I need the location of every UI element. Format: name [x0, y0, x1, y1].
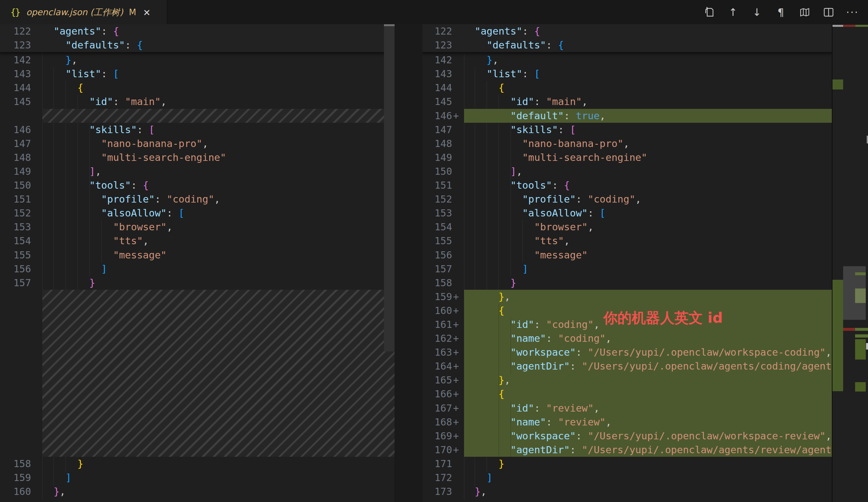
line-number[interactable]: 143 — [0, 67, 42, 81]
json-file-icon: {} — [10, 7, 20, 18]
code-line[interactable]: 123 "defaults": { — [0, 38, 395, 52]
code-line[interactable]: 146 "skills": [ — [0, 123, 395, 137]
code-line[interactable]: 148 "multi-search-engine" — [0, 151, 395, 164]
code-text: "tools": { — [42, 178, 395, 192]
code-line[interactable]: 154 "tts", — [0, 234, 395, 248]
code-text: "skills": [ — [42, 123, 395, 137]
line-number[interactable]: 148 — [0, 151, 42, 164]
editor-toolbar: ↑ ↓ ¶ ··· — [703, 5, 868, 19]
open-changes-icon[interactable] — [703, 5, 716, 19]
line-number[interactable]: 160 — [0, 484, 42, 499]
minimap-text-fragment — [867, 136, 868, 143]
code-text: ] — [42, 471, 395, 484]
previous-change-icon[interactable]: ↑ — [726, 5, 740, 19]
minimap-added-block — [833, 80, 843, 90]
line-number[interactable]: 147 — [0, 137, 42, 151]
line-number[interactable]: 149 — [0, 164, 42, 178]
code-line[interactable]: 156 ] — [0, 262, 395, 276]
code-line[interactable]: 158 } — [0, 457, 395, 471]
line-number[interactable]: 151 — [0, 192, 42, 206]
code-line[interactable]: 150 "tools": { — [0, 178, 395, 192]
vscode-diff-editor: {} openclaw.json (工作树) M × ↑ ↓ ¶ — [0, 0, 868, 502]
line-number[interactable]: 142 — [0, 53, 42, 67]
indent-guides-over-added — [422, 24, 832, 502]
code-text: ], — [42, 164, 395, 178]
overview-added-marker — [855, 25, 868, 27]
code-text: { — [42, 81, 395, 95]
close-icon[interactable]: × — [143, 7, 151, 18]
next-change-icon[interactable]: ↓ — [751, 5, 763, 19]
more-actions-icon[interactable]: ··· — [846, 5, 859, 19]
code-text: "message" — [42, 248, 395, 262]
code-text: "tts", — [42, 234, 395, 248]
line-number[interactable]: 152 — [0, 206, 42, 220]
code-line[interactable]: 159 ] — [0, 471, 395, 484]
overview-added-marker — [855, 334, 868, 338]
tab-bar: {} openclaw.json (工作树) M × ↑ ↓ ¶ — [0, 0, 868, 24]
overview-deleted-marker — [843, 25, 855, 27]
minimap-added-block — [833, 280, 843, 391]
hatch-pattern — [42, 290, 395, 457]
line-number[interactable]: 158 — [0, 457, 42, 471]
code-line[interactable]: 147 "nano-banana-pro", — [0, 137, 395, 151]
render-whitespace-icon[interactable]: ¶ — [774, 5, 787, 19]
line-number[interactable]: 145 — [0, 95, 42, 109]
code-line[interactable]: 152 "alsoAllow": [ — [0, 206, 395, 220]
code-text: }, — [42, 484, 395, 499]
line-number[interactable]: 156 — [0, 262, 42, 276]
code-line[interactable]: 160}, — [0, 484, 395, 499]
line-number[interactable]: 123 — [0, 38, 42, 52]
line-number[interactable]: 153 — [0, 220, 42, 234]
code-line[interactable]: 144 { — [0, 81, 395, 95]
map-icon[interactable] — [798, 5, 811, 19]
code-line[interactable]: 151 "profile": "coding", — [0, 192, 395, 206]
overview-added-marker — [855, 382, 866, 391]
collapsed-region-hatch[interactable] — [0, 109, 395, 123]
overview-added-marker — [855, 288, 866, 303]
overview-added-marker — [855, 328, 868, 331]
split-editor-icon[interactable] — [822, 5, 835, 19]
code-text: } — [42, 276, 395, 290]
minimap-slider-top-bar — [833, 25, 843, 27]
line-number[interactable]: 157 — [0, 276, 42, 290]
line-number[interactable]: 154 — [0, 234, 42, 248]
code-text: }, — [42, 53, 395, 67]
code-text: "multi-search-engine" — [42, 151, 395, 164]
minimap-text-fragment — [866, 343, 868, 349]
code-text: "agents": { — [42, 24, 395, 38]
diff-sash[interactable] — [395, 24, 422, 502]
line-number[interactable]: 146 — [0, 123, 42, 137]
overview-deleted-marker — [843, 328, 855, 331]
scrollbar-left[interactable] — [384, 24, 395, 351]
code-line[interactable]: 143 "list": [ — [0, 67, 395, 81]
tab-openclaw-json[interactable]: {} openclaw.json (工作树) M × — [0, 0, 167, 24]
code-line[interactable]: 155 "message" — [0, 248, 395, 262]
diff-original-pane: 122"agents": {123 "defaults": { 142 },14… — [0, 24, 395, 502]
code-line[interactable]: 122"agents": { — [0, 24, 395, 38]
line-number[interactable]: 122 — [0, 24, 42, 38]
modified-badge: M — [129, 8, 136, 17]
hatch-pattern — [42, 109, 395, 123]
code-text: "nano-banana-pro", — [42, 137, 395, 151]
overview-added-marker — [855, 272, 866, 275]
code-line[interactable]: 149 ], — [0, 164, 395, 178]
code-line[interactable]: 153 "browser", — [0, 220, 395, 234]
sticky-scroll-left[interactable]: 122"agents": {123 "defaults": { — [0, 24, 395, 53]
code-text: "browser", — [42, 220, 395, 234]
line-number[interactable]: 155 — [0, 248, 42, 262]
minimap[interactable] — [832, 24, 868, 502]
line-number[interactable]: 150 — [0, 178, 42, 192]
collapsed-region-hatch[interactable] — [0, 290, 395, 457]
code-line[interactable]: 157 } — [0, 276, 395, 290]
code-text: "alsoAllow": [ — [42, 206, 395, 220]
code-line[interactable]: 142 }, — [0, 53, 395, 67]
code-text: "profile": "coding", — [42, 192, 395, 206]
tab-title: openclaw.json (工作树) — [26, 7, 123, 18]
diff-modified-pane: 122"agents": {123 "defaults": { 142 },14… — [422, 24, 832, 502]
line-number[interactable]: 159 — [0, 471, 42, 484]
line-number[interactable]: 144 — [0, 81, 42, 95]
code-line[interactable]: 145 "id": "main", — [0, 95, 395, 109]
overview-added-marker — [855, 339, 866, 360]
code-text: "id": "main", — [42, 95, 395, 109]
code-text: "defaults": { — [42, 38, 395, 52]
